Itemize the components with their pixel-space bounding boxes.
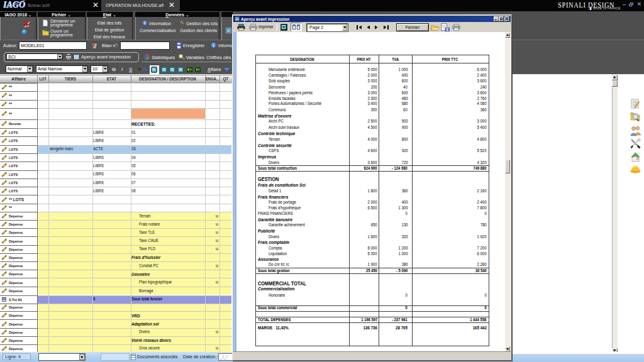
svg-text:*: * [447, 25, 448, 28]
